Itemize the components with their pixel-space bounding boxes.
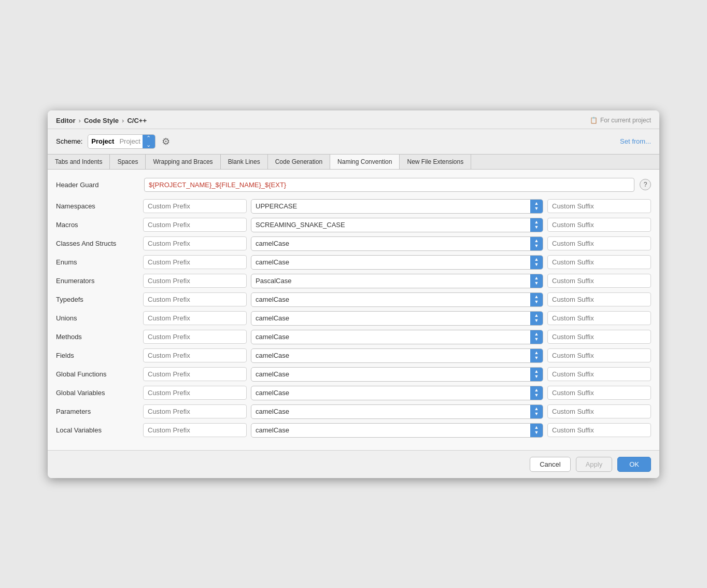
suffix-input-3[interactable] [547, 255, 651, 269]
header-guard-row: Header Guard ? [56, 178, 651, 192]
naming-label-7: Methods [56, 333, 139, 341]
scheme-dropdown-arrow[interactable]: ⌃⌄ [143, 134, 155, 149]
case-select-2[interactable]: camelCase ▲▼ [251, 236, 543, 251]
naming-label-6: Unions [56, 314, 139, 322]
case-arrow-7[interactable]: ▲▼ [530, 330, 543, 344]
naming-label-9: Global Functions [56, 370, 139, 378]
case-arrow-5[interactable]: ▲▼ [530, 292, 543, 307]
tab-new-file[interactable]: New File Extensions [400, 155, 471, 169]
scheme-bar: Scheme: Project Project ⌃⌄ ⚙ Set from... [48, 129, 659, 154]
suffix-input-1[interactable] [547, 218, 651, 232]
suffix-input-10[interactable] [547, 386, 651, 400]
case-value-6: camelCase [251, 314, 530, 322]
apply-button[interactable]: Apply [576, 457, 613, 472]
suffix-input-5[interactable] [547, 292, 651, 306]
suffix-input-6[interactable] [547, 311, 651, 325]
settings-dialog: Editor › Code Style › C/C++ 📋 For curren… [48, 110, 659, 478]
case-arrow-0[interactable]: ▲▼ [530, 199, 543, 214]
naming-label-4: Enumerators [56, 277, 139, 285]
case-arrow-10[interactable]: ▲▼ [530, 386, 543, 400]
tab-code-gen[interactable]: Code Generation [268, 155, 330, 169]
prefix-input-10[interactable] [143, 386, 247, 400]
prefix-input-11[interactable] [143, 404, 247, 418]
naming-label-10: Global Variables [56, 389, 139, 397]
suffix-input-11[interactable] [547, 404, 651, 418]
case-arrow-8[interactable]: ▲▼ [530, 348, 543, 363]
case-select-3[interactable]: camelCase ▲▼ [251, 255, 543, 270]
case-value-3: camelCase [251, 258, 530, 266]
case-value-0: UPPERCASE [251, 202, 530, 210]
suffix-input-0[interactable] [547, 199, 651, 213]
project-note-text: For current project [600, 117, 651, 124]
naming-label-12: Local Variables [56, 426, 139, 434]
prefix-input-12[interactable] [143, 423, 247, 437]
naming-label-1: Macros [56, 221, 139, 229]
case-arrow-2[interactable]: ▲▼ [530, 236, 543, 251]
header-guard-input[interactable] [144, 178, 634, 192]
ok-button[interactable]: OK [617, 457, 651, 472]
header-guard-label: Header Guard [56, 181, 139, 189]
breadcrumb-editor: Editor [56, 117, 76, 124]
prefix-input-5[interactable] [143, 292, 247, 306]
naming-row: Local Variables camelCase ▲▼ [56, 423, 651, 438]
suffix-input-9[interactable] [547, 367, 651, 381]
case-value-10: camelCase [251, 389, 530, 397]
naming-row: Methods camelCase ▲▼ [56, 330, 651, 344]
case-value-8: camelCase [251, 352, 530, 359]
breadcrumb-sep-2: › [122, 117, 124, 124]
case-select-8[interactable]: camelCase ▲▼ [251, 348, 543, 363]
case-select-0[interactable]: UPPERCASE ▲▼ [251, 199, 543, 214]
tab-spaces[interactable]: Spaces [110, 155, 146, 169]
prefix-input-0[interactable] [143, 199, 247, 213]
naming-row: Unions camelCase ▲▼ [56, 311, 651, 326]
suffix-input-2[interactable] [547, 236, 651, 250]
case-arrow-9[interactable]: ▲▼ [530, 367, 543, 382]
tab-wrapping[interactable]: Wrapping and Braces [146, 155, 220, 169]
case-select-11[interactable]: camelCase ▲▼ [251, 404, 543, 419]
case-select-5[interactable]: camelCase ▲▼ [251, 292, 543, 307]
suffix-input-8[interactable] [547, 348, 651, 362]
naming-row: Enumerators PascalCase ▲▼ [56, 274, 651, 288]
suffix-input-12[interactable] [547, 423, 651, 437]
case-arrow-6[interactable]: ▲▼ [530, 311, 543, 326]
prefix-input-1[interactable] [143, 218, 247, 232]
case-select-6[interactable]: camelCase ▲▼ [251, 311, 543, 326]
naming-label-3: Enums [56, 258, 139, 266]
case-value-7: camelCase [251, 333, 530, 341]
tab-blank-lines[interactable]: Blank Lines [221, 155, 268, 169]
scheme-value: Project [117, 137, 142, 145]
suffix-input-4[interactable] [547, 274, 651, 288]
case-select-10[interactable]: camelCase ▲▼ [251, 386, 543, 400]
prefix-input-4[interactable] [143, 274, 247, 288]
cancel-button[interactable]: Cancel [530, 457, 570, 472]
case-select-4[interactable]: PascalCase ▲▼ [251, 274, 543, 288]
tab-naming[interactable]: Naming Convention [330, 155, 400, 169]
case-value-2: camelCase [251, 240, 530, 247]
case-value-9: camelCase [251, 370, 530, 378]
tab-tabs-indents[interactable]: Tabs and Indents [48, 155, 110, 169]
prefix-input-6[interactable] [143, 311, 247, 325]
help-button[interactable]: ? [640, 179, 651, 190]
gear-button[interactable]: ⚙ [161, 135, 171, 148]
prefix-input-7[interactable] [143, 330, 247, 344]
prefix-input-8[interactable] [143, 348, 247, 362]
case-select-1[interactable]: SCREAMING_SNAKE_CASE ▲▼ [251, 218, 543, 232]
project-note: 📋 For current project [590, 117, 651, 124]
case-arrow-1[interactable]: ▲▼ [530, 218, 543, 232]
set-from-link[interactable]: Set from... [620, 137, 651, 145]
naming-row: Fields camelCase ▲▼ [56, 348, 651, 363]
case-value-5: camelCase [251, 296, 530, 303]
case-arrow-4[interactable]: ▲▼ [530, 274, 543, 288]
breadcrumb-sep-1: › [79, 117, 81, 124]
case-arrow-12[interactable]: ▲▼ [530, 423, 543, 438]
case-select-12[interactable]: camelCase ▲▼ [251, 423, 543, 438]
suffix-input-7[interactable] [547, 330, 651, 344]
case-arrow-3[interactable]: ▲▼ [530, 255, 543, 270]
case-arrow-11[interactable]: ▲▼ [530, 404, 543, 419]
scheme-selector[interactable]: Project Project ⌃⌄ [88, 134, 155, 149]
case-select-7[interactable]: camelCase ▲▼ [251, 330, 543, 344]
prefix-input-2[interactable] [143, 236, 247, 250]
prefix-input-3[interactable] [143, 255, 247, 269]
prefix-input-9[interactable] [143, 367, 247, 381]
case-select-9[interactable]: camelCase ▲▼ [251, 367, 543, 382]
